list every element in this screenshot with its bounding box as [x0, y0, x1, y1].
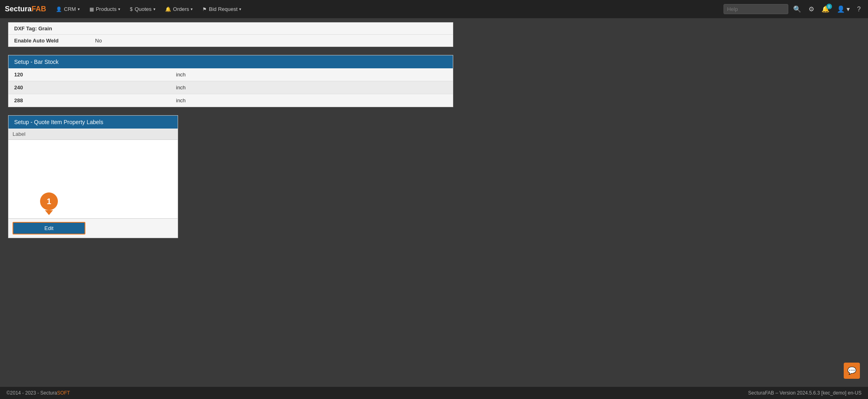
main-content: DXF Tag: Grain Enable Auto Weld No Setup…	[0, 18, 868, 387]
navbar-right: 🔍 ⚙ 🔔 0 👤 ▾ ?	[724, 4, 863, 15]
bar-stock-panel: Setup - Bar Stock 120 inch 240 inch 288 …	[8, 55, 453, 107]
bar-stock-row-1: 240 inch	[8, 81, 453, 94]
enable-auto-weld-label: Enable Auto Weld	[14, 38, 95, 44]
bar-stock-value-2: 288	[14, 97, 176, 103]
dxf-panel-body: DXF Tag: Grain Enable Auto Weld No	[8, 23, 453, 46]
help-input[interactable]	[724, 4, 788, 14]
nav-crm[interactable]: 👤 CRM ▾	[52, 0, 84, 18]
nav-quotes[interactable]: $ Quotes ▾	[126, 0, 159, 18]
dxf-panel: DXF Tag: Grain Enable Auto Weld No	[8, 22, 453, 47]
quote-labels-panel-header: Setup - Quote Item Property Labels	[8, 116, 178, 129]
quote-labels-panel-body: Label	[8, 129, 178, 219]
bar-stock-unit-0: inch	[176, 72, 186, 78]
nav-bid-request-label: Bid Request	[209, 6, 238, 12]
search-button[interactable]: 🔍	[791, 4, 804, 15]
footer: ©2014 - 2023 - SecturaSOFT SecturaFAB – …	[0, 387, 868, 399]
panel-wrapper: DXF Tag: Grain Enable Auto Weld No Setup…	[8, 22, 453, 238]
edit-button[interactable]: Edit	[13, 222, 85, 234]
enable-auto-weld-value: No	[95, 38, 102, 44]
settings-button[interactable]: ⚙	[806, 4, 817, 15]
enable-auto-weld-row: Enable Auto Weld No	[8, 35, 453, 46]
edit-btn-container: 1 Edit	[8, 219, 178, 238]
dxf-tag-grain-label: DXF Tag: Grain	[14, 25, 95, 32]
orders-caret: ▾	[191, 7, 193, 11]
label-column-header: Label	[8, 129, 178, 140]
quotes-icon: $	[130, 6, 133, 12]
products-caret: ▾	[118, 7, 120, 11]
bar-stock-title: Setup - Bar Stock	[14, 59, 59, 65]
notifications-badge: 0	[826, 4, 832, 9]
nav-crm-label: CRM	[64, 6, 76, 12]
bar-stock-value-0: 120	[14, 72, 176, 78]
navbar: SecturaFAB 👤 CRM ▾ ▦ Products ▾ $ Quotes…	[0, 0, 868, 18]
annotation-pointer	[45, 210, 53, 215]
quotes-caret: ▾	[153, 7, 155, 11]
label-list-area[interactable]	[8, 140, 178, 219]
user-button[interactable]: 👤 ▾	[834, 4, 852, 15]
annotation-bubble: 1	[40, 192, 58, 210]
bar-stock-panel-header: Setup - Bar Stock	[8, 55, 453, 68]
nav-products-label: Products	[96, 6, 117, 12]
bid-request-icon: ⚑	[202, 6, 207, 12]
bar-stock-row-0: 120 inch	[8, 68, 453, 81]
nav-orders-label: Orders	[173, 6, 189, 12]
brand-logo[interactable]: SecturaFAB	[5, 5, 46, 13]
label-header-text: Label	[13, 131, 25, 137]
bar-stock-value-1: 240	[14, 84, 176, 91]
brand-highlight: FAB	[32, 5, 46, 13]
nav-quotes-label: Quotes	[135, 6, 152, 12]
notifications-button[interactable]: 🔔 0	[819, 4, 832, 15]
orders-icon: 🔔	[165, 6, 171, 12]
bar-stock-panel-body: 120 inch 240 inch 288 inch	[8, 68, 453, 107]
products-icon: ▦	[89, 6, 94, 12]
footer-copyright: ©2014 - 2023 - SecturaSOFT	[6, 390, 70, 396]
annotation-container: 1	[40, 192, 58, 210]
bar-stock-unit-1: inch	[176, 84, 186, 91]
crm-icon: 👤	[56, 6, 62, 12]
quote-labels-title: Setup - Quote Item Property Labels	[14, 119, 103, 125]
nav-bid-request[interactable]: ⚑ Bid Request ▾	[198, 0, 245, 18]
bar-stock-unit-2: inch	[176, 97, 186, 103]
footer-version: SecturaFAB – Version 2024.5.6.3 [kec_dem…	[748, 390, 862, 396]
nav-products[interactable]: ▦ Products ▾	[85, 0, 124, 18]
help-button[interactable]: ?	[855, 4, 863, 15]
crm-caret: ▾	[78, 7, 80, 11]
dxf-tag-grain-row: DXF Tag: Grain	[8, 23, 453, 35]
quote-labels-panel: Setup - Quote Item Property Labels Label…	[8, 115, 178, 238]
chat-button[interactable]: 💬	[844, 363, 860, 379]
nav-orders[interactable]: 🔔 Orders ▾	[161, 0, 197, 18]
bar-stock-row-2: 288 inch	[8, 94, 453, 107]
annotation-number: 1	[47, 197, 51, 206]
bid-request-caret: ▾	[239, 7, 241, 11]
